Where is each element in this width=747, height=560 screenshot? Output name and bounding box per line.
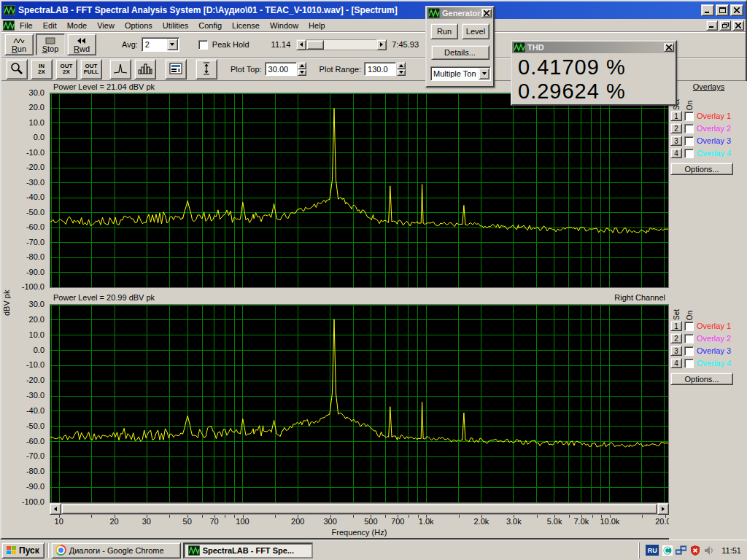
mdi-close-icon[interactable] (732, 20, 744, 31)
overlay-set-3-button[interactable]: 3 (670, 136, 682, 146)
peak-hold-checkbox[interactable] (198, 40, 208, 50)
overlay-set-3-button[interactable]: 3 (670, 346, 682, 356)
overlay-set-4-button[interactable]: 4 (670, 148, 682, 158)
overlay-3-label: Overlay 3 (697, 346, 731, 355)
spin-up-icon[interactable] (397, 62, 406, 69)
network-icon[interactable] (676, 545, 686, 556)
generator-details-button[interactable]: Details... (431, 45, 489, 60)
autoscale-button[interactable] (196, 59, 217, 79)
spin-down-icon[interactable] (397, 69, 406, 77)
plot-range-spinner[interactable]: 130.0 (364, 62, 406, 76)
right-channel-header: Power Level = 20.99 dBV pk Right Channel (50, 291, 669, 304)
desktop: SpectraLAB - FFT Spectral Analysis Syste… (0, 0, 747, 560)
avg-combobox[interactable]: 2 (142, 37, 179, 52)
overlay-on-2-checkbox[interactable] (684, 124, 694, 133)
taskbar-task-spectralab[interactable]: SpectraLAB - FFT Spe... (183, 542, 313, 559)
menu-mode[interactable]: Mode (62, 20, 93, 31)
overlay-on-3-checkbox[interactable] (684, 136, 694, 146)
start-button[interactable]: Пуск (1, 542, 44, 559)
overlay-options-button-right[interactable]: Options... (670, 373, 733, 385)
menu-config[interactable]: Config (193, 20, 227, 31)
y-tick: -40.0 (4, 192, 44, 201)
scroll-right-icon[interactable] (657, 503, 669, 515)
spectrum-view-button[interactable] (109, 59, 131, 79)
overlay-on-2-checkbox[interactable] (684, 334, 694, 343)
scroll-right-icon[interactable] (376, 39, 387, 50)
overlay-options-button-left[interactable]: Options... (670, 163, 733, 175)
spin-down-icon[interactable] (298, 69, 306, 77)
frequency-scrollbar-thumb[interactable] (61, 504, 657, 514)
position-scrollbar-thumb[interactable] (306, 40, 324, 50)
menu-license[interactable]: License (227, 20, 265, 31)
plot-top-value[interactable]: 30.00 (265, 62, 297, 76)
menu-edit[interactable]: Edit (38, 20, 62, 31)
mdi-minimize-icon[interactable] (706, 20, 718, 31)
scale-out-full-button[interactable]: OUTFULL (80, 59, 102, 79)
y-tick: -50.0 (4, 421, 44, 430)
generator-level-button[interactable]: Level (462, 23, 489, 39)
position-scrollbar[interactable] (296, 39, 387, 50)
maximize-icon[interactable] (716, 4, 729, 16)
plot-top-spinner[interactable]: 30.00 (265, 62, 306, 76)
chevron-down-icon[interactable] (167, 39, 178, 50)
close-icon[interactable] (664, 43, 674, 52)
overlay-on-4-checkbox[interactable] (684, 149, 694, 158)
overlay-row-2: 2Overlay 2 (670, 332, 747, 344)
zoom-button[interactable] (6, 59, 28, 79)
overlay-set-1-button[interactable]: 1 (670, 111, 682, 121)
overlay-2-label: Overlay 2 (697, 124, 731, 133)
bar-view-button[interactable] (134, 59, 156, 79)
overlay-on-1-checkbox[interactable] (684, 322, 694, 331)
x-tick: 1.0k (419, 517, 434, 526)
spin-up-icon[interactable] (298, 62, 306, 69)
overlay-set-2-button[interactable]: 2 (670, 333, 682, 343)
minimize-icon[interactable] (701, 4, 714, 16)
overlay-set-4-button[interactable]: 4 (670, 358, 682, 368)
x-tick: 10.0k (600, 517, 619, 526)
switcher-icon[interactable] (662, 545, 673, 556)
volume-icon[interactable] (703, 545, 714, 556)
x-tick: 10 (55, 517, 63, 526)
menu-help[interactable]: Help (303, 20, 330, 31)
mdi-restore-icon[interactable] (719, 20, 731, 31)
plot-range-value[interactable]: 130.0 (364, 62, 396, 76)
language-indicator[interactable]: RU (646, 545, 659, 556)
menu-window[interactable]: Window (265, 20, 303, 31)
scale-out-2x-button[interactable]: OUT2X (55, 59, 77, 79)
taskbar-task-chrome[interactable]: Диалоги - Google Chrome (51, 542, 181, 559)
overlay-row-4: 4Overlay 4 (670, 147, 747, 159)
display-options-button[interactable] (165, 59, 187, 79)
run-button[interactable]: Run (4, 34, 34, 55)
close-icon[interactable] (730, 4, 743, 16)
y-tick: 10.0 (4, 118, 44, 127)
titlebar: SpectraLAB - FFT Spectral Analysis Syste… (1, 1, 746, 19)
y-tick: 20.0 (4, 315, 44, 324)
chevron-down-icon[interactable] (479, 68, 489, 79)
run-label: un (18, 44, 26, 53)
menu-utilities[interactable]: Utilities (158, 20, 193, 31)
rewind-button[interactable]: Rwd (67, 34, 96, 55)
scroll-left-icon[interactable] (296, 39, 306, 50)
overlay-on-1-checkbox[interactable] (684, 112, 694, 121)
x-axis-title: Frequency (Hz) (50, 528, 669, 537)
overlay-on-3-checkbox[interactable] (684, 346, 694, 356)
overlay-on-4-checkbox[interactable] (684, 359, 694, 368)
frequency-scrollbar[interactable] (50, 503, 669, 515)
left-channel-plot[interactable] (50, 93, 669, 288)
menu-view[interactable]: View (92, 20, 120, 31)
menu-file[interactable]: File (15, 20, 38, 31)
y-tick: 20.0 (4, 103, 44, 112)
close-icon[interactable] (481, 9, 492, 18)
system-tray: RU 11:51 (639, 542, 746, 559)
security-alert-icon[interactable] (689, 545, 700, 556)
thd-value-left: 0.41709 % (512, 55, 676, 79)
scale-in-2x-button[interactable]: IN2X (31, 59, 53, 79)
right-channel-plot[interactable] (50, 304, 669, 503)
menu-options[interactable]: Options (120, 20, 158, 31)
stop-button[interactable]: Stop (36, 34, 65, 55)
overlay-set-2-button[interactable]: 2 (670, 123, 682, 133)
overlay-set-1-button[interactable]: 1 (670, 321, 682, 331)
generator-run-button[interactable]: Run (430, 23, 458, 39)
scroll-left-icon[interactable] (50, 503, 61, 515)
generator-mode-combobox[interactable]: Multiple Ton (430, 66, 491, 81)
